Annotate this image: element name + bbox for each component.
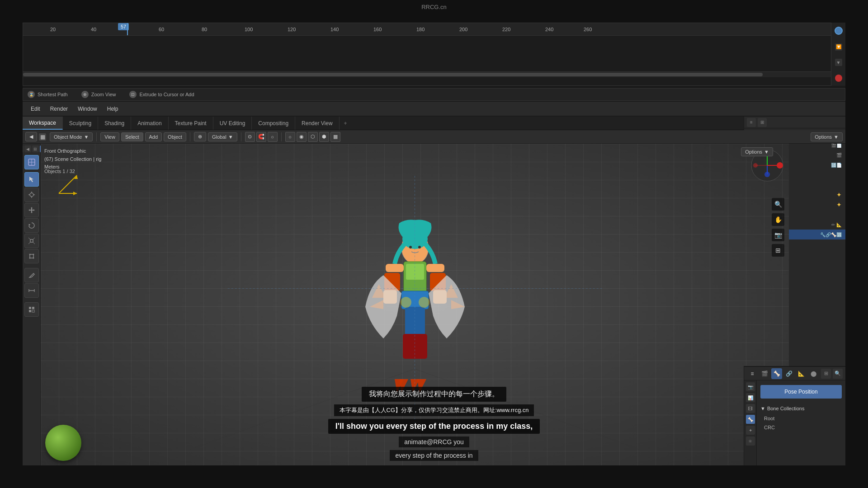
- tab-compositing[interactable]: Compositing: [252, 117, 295, 130]
- tab-add-button[interactable]: +: [340, 117, 352, 130]
- viewport-3d[interactable]: Front Orthographic (67) Scene Collection…: [41, 144, 789, 465]
- toolbar-object-mode[interactable]: Object Mode ▼: [50, 132, 93, 141]
- outliner-tb-icon-1[interactable]: ≡: [747, 118, 756, 127]
- timeline-ctrl-4[interactable]: [835, 75, 842, 82]
- bone-item-root[interactable]: Root: [757, 414, 845, 423]
- menu-edit[interactable]: Edit: [26, 104, 45, 114]
- ruler-tick-160: 160: [373, 27, 382, 32]
- tab-shading[interactable]: Shading: [98, 117, 131, 130]
- viewport-grid-icon[interactable]: ⊞: [772, 244, 784, 257]
- tool-move[interactable]: [24, 203, 39, 217]
- toolbar-snap-icon[interactable]: 🧲: [256, 132, 266, 142]
- toolbar-icon-left[interactable]: ◀: [25, 132, 37, 141]
- bone-item-crc[interactable]: CRC: [757, 423, 845, 432]
- prop-tab-bones[interactable]: 🦴: [771, 368, 782, 379]
- left-header-icon-3[interactable]: ⊞: [32, 145, 39, 152]
- viewport-search-icon[interactable]: 🔍: [772, 198, 784, 211]
- tab-animation[interactable]: Animation: [131, 117, 168, 130]
- toolbar-add[interactable]: Add: [145, 132, 162, 141]
- prop-tab-data[interactable]: 📐: [796, 368, 807, 379]
- toolbar-icons-group: ⊙ 🧲 ○: [245, 132, 278, 142]
- timeline-playhead[interactable]: [127, 23, 128, 35]
- tool-scale[interactable]: [24, 234, 39, 248]
- shortcut-label-2: Zoom View: [91, 92, 116, 97]
- right-border: [845, 0, 868, 488]
- toolbar-prop-edit-icon[interactable]: ○: [268, 132, 278, 142]
- bone-coll-arrow: ▼: [760, 406, 765, 411]
- tool-rotate[interactable]: [24, 218, 39, 233]
- svg-line-56: [59, 175, 77, 193]
- prop-tab-constraints[interactable]: 🔗: [783, 368, 794, 379]
- menu-help[interactable]: Help: [103, 104, 123, 114]
- toolbar-select[interactable]: Select: [121, 132, 143, 141]
- toolbar-render-icon-4[interactable]: ⬢: [319, 132, 329, 142]
- prop-tab-scene[interactable]: 🎬: [759, 368, 770, 379]
- tool-cursor[interactable]: [24, 188, 39, 202]
- toolbar-pivot-icon[interactable]: ⊙: [245, 132, 255, 142]
- tab-workspace[interactable]: Workspace: [23, 117, 63, 130]
- toolbar-render-icon-1[interactable]: ○: [285, 132, 295, 142]
- left-header-icon-2[interactable]: ◀: [24, 145, 31, 152]
- shortcut-label-1: Shortest Path: [38, 92, 68, 97]
- options-btn-arrow: ▼: [764, 149, 769, 155]
- options-btn[interactable]: Options ▼: [741, 147, 773, 156]
- prop-icon-active[interactable]: 🦴: [746, 415, 755, 424]
- svg-marker-59: [73, 192, 77, 195]
- timeline-track[interactable]: [23, 36, 845, 72]
- toolbar-render-icon-5[interactable]: ▦: [330, 132, 340, 142]
- viewport-background: Front Orthographic (67) Scene Collection…: [41, 144, 789, 465]
- mode-label: Object Mode: [54, 134, 82, 140]
- tool-select[interactable]: [24, 172, 39, 187]
- bottom-border: [0, 465, 868, 488]
- viewport-hand-icon[interactable]: ✋: [772, 213, 784, 226]
- ruler-tick-220: 220: [502, 27, 510, 32]
- toolbar-render-icon-3[interactable]: ⬡: [308, 132, 318, 142]
- prop-icon-particles[interactable]: ✦: [746, 426, 755, 435]
- prop-view-icon[interactable]: ⊞: [821, 369, 831, 379]
- tab-uv-editing[interactable]: UV Editing: [213, 117, 252, 130]
- prop-tab-object[interactable]: ≡: [747, 368, 758, 379]
- toolbar-view[interactable]: View: [100, 132, 119, 141]
- toolbar-global[interactable]: Global ▼: [208, 132, 237, 141]
- menu-render[interactable]: Render: [46, 104, 72, 114]
- svg-point-16: [29, 258, 30, 259]
- outliner-sun-badge: ✦: [836, 191, 842, 198]
- toolbar-options-btn[interactable]: Options ▼: [811, 132, 843, 141]
- prop-search-icon[interactable]: 🔍: [833, 369, 843, 379]
- tool-annotate[interactable]: [24, 268, 39, 282]
- outliner-tb-icon-2[interactable]: ⊞: [758, 118, 767, 127]
- svg-rect-21: [29, 307, 31, 309]
- ruler-tick-60: 60: [159, 27, 164, 32]
- tool-transform[interactable]: [24, 249, 39, 263]
- viewport-options-area: Options ▼: [741, 147, 773, 156]
- prop-icon-output[interactable]: 📊: [746, 393, 755, 402]
- menu-window[interactable]: Window: [73, 104, 102, 114]
- timeline-scrollbar-thumb[interactable]: [23, 73, 763, 76]
- tool-measure[interactable]: [24, 283, 39, 298]
- tool-view-nav[interactable]: [24, 155, 39, 169]
- tab-render-view[interactable]: Render View: [295, 117, 339, 130]
- timeline-ruler[interactable]: 57 20 40 60 80 100 120 140 160 180 200 2…: [23, 23, 845, 36]
- prop-icon-view[interactable]: 🎞: [746, 404, 755, 413]
- tool-add[interactable]: [24, 302, 39, 317]
- prop-tab-material[interactable]: ⬤: [808, 368, 819, 379]
- timeline-scrollbar[interactable]: [23, 72, 845, 77]
- timeline-ctrl-3[interactable]: ▼: [835, 59, 842, 66]
- toolbar-render-icon-2[interactable]: ◉: [297, 132, 307, 142]
- pose-position-btn[interactable]: Pose Position: [760, 385, 842, 399]
- prop-icon-render[interactable]: 📷: [746, 382, 755, 391]
- viewport-camera-icon[interactable]: 📷: [772, 229, 784, 241]
- svg-rect-23: [29, 310, 31, 312]
- shortcut-icon-3: ⊡: [129, 91, 137, 98]
- ruler-tick-100: 100: [245, 27, 253, 32]
- timeline-ctrl-1[interactable]: [835, 27, 843, 35]
- toolbar-object[interactable]: Object: [164, 132, 186, 141]
- prop-icon-physics[interactable]: ⚛: [746, 436, 755, 446]
- toolbar-mesh-icon[interactable]: ▦: [39, 133, 46, 141]
- toolbar-sep-3: [241, 132, 241, 141]
- tab-texture-paint[interactable]: Texture Paint: [169, 117, 213, 130]
- toolbar-transform[interactable]: ⊕: [194, 132, 206, 141]
- tab-sculpting[interactable]: Sculpting: [63, 117, 98, 130]
- transform-icon: ⊕: [198, 134, 202, 140]
- timeline-ctrl-2[interactable]: 🔽: [835, 43, 842, 51]
